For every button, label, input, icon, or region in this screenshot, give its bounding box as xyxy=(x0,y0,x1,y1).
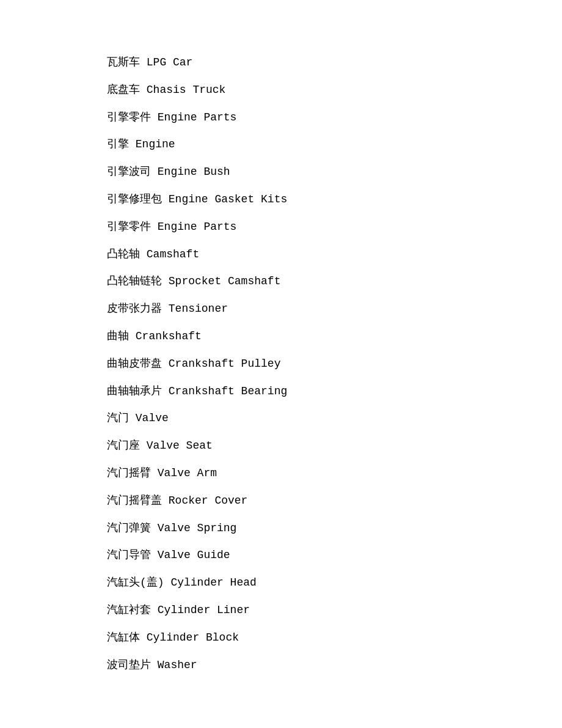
list-item: 汽门 Valve xyxy=(107,405,562,432)
list-item: 曲轴 Crankshaft xyxy=(107,323,562,350)
list-item: 波司垫片 Washer xyxy=(107,652,562,679)
list-item: 汽门摇臂盖 Rocker Cover xyxy=(107,487,562,515)
list-item: 引擎波司 Engine Bush xyxy=(107,158,562,186)
list-item: 曲轴轴承片 Crankshaft Bearing xyxy=(107,378,562,405)
list-item: 曲轴皮带盘 Crankshaft Pulley xyxy=(107,350,562,378)
list-item: 汽门导管 Valve Guide xyxy=(107,542,562,569)
list-item: 引擎修理包 Engine Gasket Kits xyxy=(107,186,562,213)
list-item: 汽门摇臂 Valve Arm xyxy=(107,460,562,487)
list-item: 引擎 Engine xyxy=(107,131,562,158)
list-item: 汽缸衬套 Cylinder Liner xyxy=(107,597,562,624)
list-item: 引擎零件 Engine Parts xyxy=(107,104,562,131)
list-item: 瓦斯车 LPG Car xyxy=(107,49,562,76)
list-item: 凸轮轴链轮 Sprocket Camshaft xyxy=(107,268,562,295)
list-item: 汽缸头(盖) Cylinder Head xyxy=(107,569,562,597)
list-item: 底盘车 Chasis Truck xyxy=(107,76,562,104)
list-item: 汽门座 Valve Seat xyxy=(107,432,562,460)
list-item: 皮带张力器 Tensioner xyxy=(107,295,562,323)
list-item: 凸轮轴 Camshaft xyxy=(107,241,562,268)
list-item: 汽门弹簧 Valve Spring xyxy=(107,515,562,542)
list-item: 引擎零件 Engine Parts xyxy=(107,213,562,241)
list-item: 汽缸体 Cylinder Block xyxy=(107,624,562,652)
parts-list: 瓦斯车 LPG Car底盘车 Chasis Truck引擎零件 Engine P… xyxy=(107,49,562,678)
